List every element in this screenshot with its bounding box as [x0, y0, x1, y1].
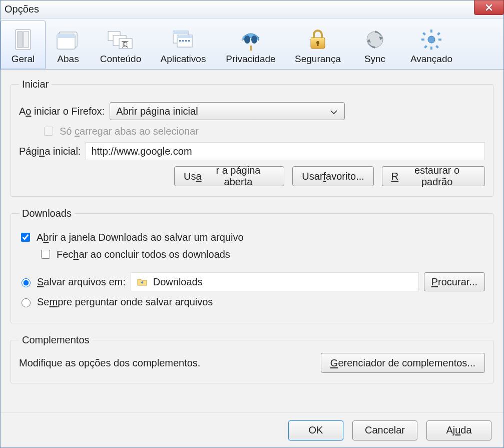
row-complementos: Modifique as opções dos complementos. Ge…: [19, 353, 485, 373]
svg-rect-2: [24, 32, 29, 48]
svg-rect-20: [250, 46, 252, 51]
apps-icon: [170, 27, 196, 53]
complementos-desc: Modifique as opções dos complementos.: [19, 357, 200, 369]
svg-point-18: [244, 36, 250, 44]
tab-sync[interactable]: Sync: [350, 21, 400, 69]
radio-sempre-perguntar[interactable]: Sempre perguntar onde salvar arquivos: [19, 296, 213, 308]
tab-avancado-label: Avançado: [410, 54, 452, 65]
sync-icon: [364, 27, 386, 53]
restore-default-button[interactable]: Restaurar o padrão: [382, 166, 485, 186]
label-pagina-inicial: Página inicial:: [19, 146, 81, 157]
svg-rect-14: [179, 40, 181, 42]
legend-complementos: Complementos: [19, 334, 93, 346]
tab-aplicativos-label: Aplicativos: [161, 54, 206, 65]
radio-sempre-perguntar-input[interactable]: [22, 298, 31, 307]
group-iniciar: Iniciar Ao iniciar o Firefox: Abrir pági…: [11, 79, 493, 197]
legend-iniciar: Iniciar: [19, 79, 52, 90]
svg-rect-17: [188, 40, 190, 42]
content-icon: 页: [107, 27, 134, 53]
help-button[interactable]: Ajuda: [426, 420, 491, 440]
tab-avancado[interactable]: Avançado: [400, 21, 463, 69]
startup-select[interactable]: Abrir página inicial: [110, 102, 345, 120]
tab-aplicativos[interactable]: Aplicativos: [151, 21, 216, 69]
radio-salvar-em[interactable]: Salvar arquivos em:: [19, 276, 126, 288]
row-fechar-concluir: Fechar ao concluir todos os downloads: [19, 248, 485, 260]
tabs-icon: [55, 27, 81, 53]
group-downloads: Downloads Abrir a janela Downloads ao sa…: [11, 208, 493, 323]
download-folder-display: Downloads: [131, 272, 419, 291]
svg-rect-15: [182, 40, 184, 42]
row-pagina-inicial: Página inicial:: [19, 142, 485, 160]
window-title: Opções: [5, 4, 499, 15]
svg-rect-11: [173, 31, 188, 34]
download-folder-name: Downloads: [153, 276, 203, 288]
folder-icon: [137, 278, 147, 286]
radio-salvar-em-input[interactable]: [22, 278, 31, 287]
row-sempre-perguntar: Sempre perguntar onde salvar arquivos: [19, 296, 485, 308]
dialog-footer: OK Cancelar Ajuda: [1, 412, 503, 447]
checkbox-so-carregar-input: [44, 127, 53, 136]
use-bookmark-button[interactable]: Usar favorito...: [292, 166, 374, 186]
tab-sync-label: Sync: [364, 54, 385, 65]
label-ao-iniciar: Ao iniciar o Firefox:: [19, 106, 105, 117]
tab-geral-label: Geral: [12, 54, 35, 65]
use-current-page-button[interactable]: Usar a página aberta: [174, 166, 284, 186]
row-ao-iniciar: Ao iniciar o Firefox: Abrir página inici…: [19, 102, 485, 120]
close-icon: [485, 4, 493, 12]
svg-point-25: [428, 36, 435, 43]
tab-privacidade-label: Privacidade: [226, 54, 275, 65]
group-complementos: Complementos Modifique as opções dos com…: [11, 334, 493, 383]
chevron-down-icon: [330, 106, 337, 117]
label-sempre-perguntar: Sempre perguntar onde salvar arquivos: [37, 296, 213, 308]
tab-conteudo-label: Conteúdo: [100, 54, 141, 65]
label-salvar-em: Salvar arquivos em:: [37, 276, 126, 288]
label-abrir-janela: Abrir a janela Downloads ao salvar um ar…: [37, 232, 244, 243]
tab-privacidade[interactable]: Privacidade: [216, 21, 286, 69]
titlebar: Opções: [1, 1, 503, 19]
row-so-carregar: Só carregar abas ao selecionar: [19, 125, 485, 137]
tab-abas-label: Abas: [57, 54, 79, 65]
options-window: Opções Geral Abas 页 Conteúdo: [0, 0, 504, 448]
homepage-buttons: Usar a página aberta Usar favorito... Re…: [19, 166, 485, 186]
category-toolbar: Geral Abas 页 Conteúdo Aplicativos Privac…: [1, 19, 503, 70]
legend-downloads: Downloads: [19, 208, 75, 219]
tab-seguranca[interactable]: Segurança: [286, 21, 350, 69]
startup-select-value: Abrir página inicial: [116, 106, 198, 117]
privacy-icon: [240, 27, 262, 53]
general-icon: [14, 27, 32, 53]
checkbox-abrir-janela[interactable]: Abrir a janela Downloads ao salvar um ar…: [19, 231, 244, 243]
close-button[interactable]: [474, 0, 504, 15]
browse-button[interactable]: Procurar...: [424, 272, 485, 291]
label-fechar-concluir: Fechar ao concluir todos os downloads: [57, 249, 230, 260]
svg-text:页: 页: [122, 40, 129, 48]
security-icon: [308, 27, 328, 53]
row-salvar-em: Salvar arquivos em: Downloads Procurar..…: [19, 272, 485, 291]
tab-seguranca-label: Segurança: [295, 54, 341, 65]
svg-rect-1: [18, 32, 23, 48]
content-area: Iniciar Ao iniciar o Firefox: Abrir pági…: [1, 70, 503, 412]
tab-conteudo[interactable]: 页 Conteúdo: [91, 21, 151, 69]
svg-rect-16: [185, 40, 187, 42]
svg-rect-5: [57, 34, 75, 38]
advanced-icon: [420, 27, 443, 53]
checkbox-fechar-concluir[interactable]: Fechar ao concluir todos os downloads: [39, 248, 230, 260]
svg-point-19: [251, 36, 257, 44]
tab-abas[interactable]: Abas: [46, 21, 91, 69]
homepage-input[interactable]: [86, 142, 485, 160]
checkbox-so-carregar: Só carregar abas ao selecionar: [42, 125, 199, 137]
svg-rect-23: [317, 43, 319, 46]
label-so-carregar: Só carregar abas ao selecionar: [60, 126, 199, 137]
ok-button[interactable]: OK: [288, 420, 343, 440]
tab-geral[interactable]: Geral: [1, 21, 46, 69]
row-abrir-janela: Abrir a janela Downloads ao salvar um ar…: [19, 231, 485, 243]
svg-rect-13: [177, 35, 192, 38]
cancel-button[interactable]: Cancelar: [352, 420, 417, 440]
addons-manager-button[interactable]: Gerenciador de complementos...: [321, 353, 485, 373]
checkbox-abrir-janela-input[interactable]: [21, 233, 30, 242]
checkbox-fechar-concluir-input[interactable]: [41, 250, 50, 259]
